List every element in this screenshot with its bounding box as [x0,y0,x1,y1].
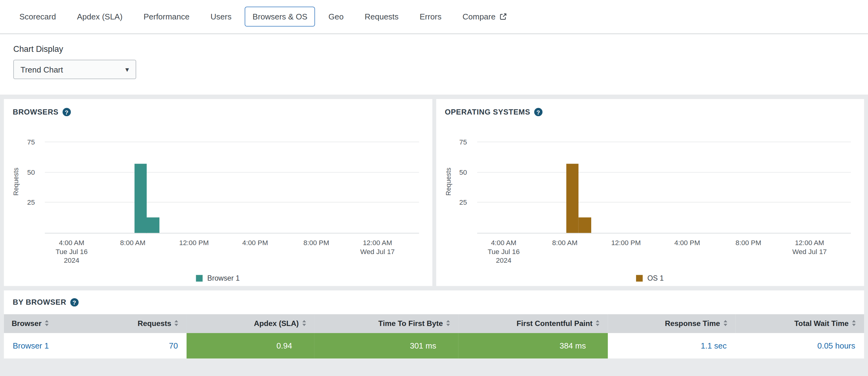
tab-geo[interactable]: Geo [321,7,351,27]
tab-performance[interactable]: Performance [136,7,197,27]
sort-icon [302,320,306,329]
cell-total-wait-time: 0.05 hours [736,333,864,358]
tab-bar: ScorecardApdex (SLA)PerformanceUsersBrow… [0,0,868,34]
x-tick-label: 8:00 PM [736,238,761,247]
by-browser-table: BrowserRequestsApdex (SLA)Time To First … [4,314,864,358]
external-link-icon [499,13,507,21]
column-header-response-time[interactable]: Response Time [608,314,736,333]
help-icon[interactable]: ? [534,108,542,116]
browser-link[interactable]: Browser 1 [13,341,49,350]
plot-area: Requests 255075 [45,131,419,233]
cell-first-contentful-paint: 384 ms [458,333,608,358]
x-axis: 4:00 AMTue Jul 1620248:00 AM12:00 PM4:00… [477,238,851,267]
x-tick-label: 8:00 PM [303,238,329,247]
legend-swatch [196,275,203,281]
table-row: Browser 1700.94301 ms384 ms1.1 sec0.05 h… [4,333,864,358]
column-header-label: Browser [12,319,42,327]
table-header-row: BrowserRequestsApdex (SLA)Time To First … [4,314,864,333]
bar-os-1[interactable] [566,164,579,233]
os-chart-title: OPERATING SYSTEMS [445,108,530,116]
column-header-label: Response Time [665,319,720,327]
sort-icon [723,320,728,329]
plot-area: Requests 255075 [477,131,851,233]
gridline [477,142,851,142]
chart-display-label: Chart Display [13,44,855,54]
gridline [45,142,419,142]
legend-item-browser-1[interactable]: Browser 1 [13,274,423,282]
y-tick-label: 50 [13,169,35,176]
tab-scorecard[interactable]: Scorecard [12,7,64,27]
chart-display-value: Trend Chart [21,65,63,74]
tab-label: Geo [328,12,343,21]
tab-errors[interactable]: Errors [412,7,449,27]
column-header-label: Time To First Byte [378,319,443,327]
x-tick-label: 12:00 AMWed Jul 17 [360,238,395,256]
chart-display-panel: Chart Display Trend Chart ▾ [0,34,868,95]
x-tick-label: 8:00 AM [120,238,146,247]
gridline [477,202,851,203]
column-header-first-contentful-paint[interactable]: First Contentful Paint [458,314,608,333]
chevron-down-icon: ▾ [125,65,129,73]
by-browser-panel: BY BROWSER ? BrowserRequestsApdex (SLA)T… [4,290,864,358]
os-chart: Requests 255075 4:00 AMTue Jul 1620248:0… [445,131,855,282]
tab-label: Errors [420,12,441,21]
tab-label: Browsers & OS [253,12,308,21]
y-tick-label: 50 [445,169,467,176]
tab-label: Requests [365,12,399,21]
x-tick-label: 4:00 PM [674,238,700,247]
bar-browser-1[interactable] [146,217,159,233]
browsers-chart: Requests 255075 4:00 AMTue Jul 1620248:0… [13,131,423,282]
by-browser-title: BY BROWSER [13,298,66,307]
page: ScorecardApdex (SLA)PerformanceUsersBrow… [0,0,868,376]
column-header-browser[interactable]: Browser [4,314,115,333]
column-header-label: Apdex (SLA) [254,319,299,327]
tab-label: Apdex (SLA) [77,12,122,21]
legend-swatch [636,275,643,281]
cell-browser: Browser 1 [4,333,115,358]
gridline [45,202,419,203]
tab-label: Scorecard [20,12,56,21]
y-tick-label: 75 [445,138,467,146]
column-header-total-wait-time[interactable]: Total Wait Time [736,314,864,333]
legend-label: Browser 1 [207,274,240,282]
cell-time-to-first-byte: 301 ms [314,333,458,358]
sort-icon [44,320,49,329]
browsers-chart-title: BROWSERS [13,108,58,116]
sort-icon [595,320,600,329]
column-header-time-to-first-byte[interactable]: Time To First Byte [314,314,458,333]
sort-icon [851,320,856,329]
x-tick-label: 12:00 PM [611,238,641,247]
bar-os-1[interactable] [578,217,591,233]
legend-item-os-1[interactable]: OS 1 [445,274,855,282]
x-tick-label: 12:00 AMWed Jul 17 [792,238,827,256]
legend-label: OS 1 [647,274,664,282]
gridline [45,172,419,173]
x-tick-label: 12:00 PM [179,238,209,247]
bar-browser-1[interactable] [134,164,147,233]
tab-label: Users [211,12,232,21]
tab-requests[interactable]: Requests [357,7,406,27]
cell-response-time: 1.1 sec [608,333,736,358]
sort-icon [174,320,179,329]
column-header-apdex-sla[interactable]: Apdex (SLA) [187,314,314,333]
column-header-label: First Contentful Paint [517,319,592,327]
tab-users[interactable]: Users [203,7,239,27]
cell-requests: 70 [115,333,187,358]
sort-icon [446,320,451,329]
help-icon[interactable]: ? [70,298,79,307]
cell-apdex-sla: 0.94 [187,333,314,358]
tab-label: Performance [144,12,190,21]
tab-compare[interactable]: Compare [455,7,515,27]
chart-display-dropdown[interactable]: Trend Chart ▾ [13,60,136,79]
x-tick-label: 4:00 PM [242,238,268,247]
gridline [477,172,851,173]
y-tick-label: 25 [13,199,35,207]
tab-browsers-os[interactable]: Browsers & OS [245,7,315,27]
y-tick-label: 75 [13,138,35,146]
tab-apdex-sla[interactable]: Apdex (SLA) [69,7,130,27]
column-header-requests[interactable]: Requests [115,314,187,333]
column-header-label: Requests [138,319,172,327]
help-icon[interactable]: ? [62,108,71,116]
charts-row: BROWSERS ? Requests 255075 4:00 AMTue Ju… [4,99,864,286]
x-tick-label: 8:00 AM [552,238,577,247]
